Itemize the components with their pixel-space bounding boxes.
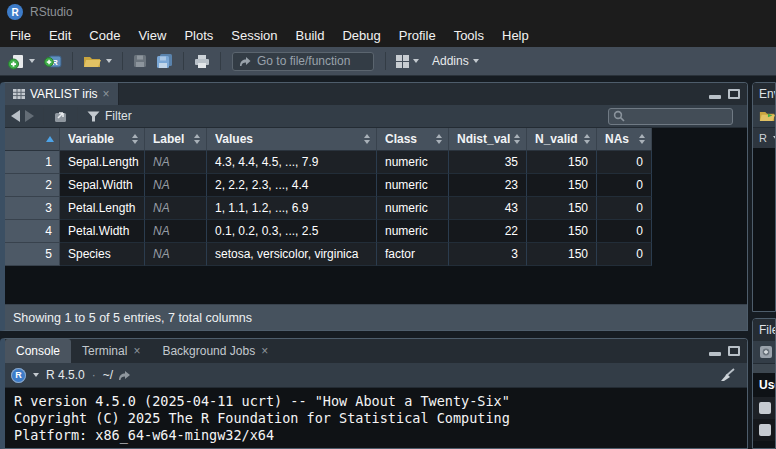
table-row[interactable]: 4Petal.WidthNA0.1, 0.2, 0.3, ..., 2.5num… xyxy=(5,220,747,243)
tab-label: Background Jobs xyxy=(162,344,255,358)
working-directory-label[interactable]: ~/ xyxy=(103,368,113,382)
addins-label: Addins xyxy=(432,54,469,68)
label-cell: NA xyxy=(145,220,207,243)
minimize-icon[interactable] xyxy=(709,90,721,99)
new-project-button[interactable]: R xyxy=(41,49,65,73)
row-index-cell: 5 xyxy=(5,243,60,266)
goto-directory-icon[interactable] xyxy=(118,370,131,381)
new-file-icon xyxy=(8,53,25,70)
column-header-label: N_valid xyxy=(535,132,580,146)
menu-code[interactable]: Code xyxy=(80,24,129,47)
class-cell: numeric xyxy=(377,197,449,220)
nvalid-cell: 150 xyxy=(527,197,597,220)
maximize-icon[interactable] xyxy=(728,346,740,356)
sort-icon xyxy=(436,134,442,144)
environment-language-selector[interactable]: R xyxy=(753,128,776,148)
menu-profile[interactable]: Profile xyxy=(390,24,445,47)
new-folder-icon[interactable] xyxy=(759,345,773,359)
popout-window-icon[interactable] xyxy=(53,110,68,123)
environment-tab-label: Environment xyxy=(759,87,776,101)
panes-grid-icon xyxy=(396,55,409,68)
table-row[interactable]: 3Petal.LengthNA1, 1.1, 1.2, ..., 6.9nume… xyxy=(5,197,747,220)
close-icon[interactable]: × xyxy=(133,345,140,357)
save-button[interactable] xyxy=(130,49,150,73)
load-workspace-folder-icon[interactable] xyxy=(759,109,776,123)
table-search-input[interactable] xyxy=(608,108,733,125)
menu-file[interactable]: File xyxy=(1,24,40,47)
tab-console[interactable]: Console xyxy=(5,339,71,363)
tab-terminal[interactable]: Terminal× xyxy=(71,339,151,363)
title-bar: R RStudio xyxy=(0,0,776,24)
nas-cell: 0 xyxy=(597,174,652,197)
maximize-icon[interactable] xyxy=(728,89,740,99)
data-viewer-pane: VARLIST iris × Filter xyxy=(0,82,748,331)
nvalid-cell: 150 xyxy=(527,174,597,197)
r-version-icon[interactable]: R xyxy=(11,368,26,383)
files-pane: Files Users xyxy=(752,318,776,449)
menu-tools[interactable]: Tools xyxy=(445,24,493,47)
tab-label: Terminal xyxy=(82,344,127,358)
chevron-down-icon xyxy=(473,59,479,63)
tab-varlist-iris[interactable]: VARLIST iris × xyxy=(5,83,119,105)
goto-file-input[interactable]: Go to file/function xyxy=(232,52,374,71)
nvalid-cell: 150 xyxy=(527,151,597,174)
file-checkbox[interactable] xyxy=(759,424,771,436)
back-arrow-icon[interactable] xyxy=(11,110,20,122)
menu-build[interactable]: Build xyxy=(287,24,334,47)
menu-session[interactable]: Session xyxy=(222,24,286,47)
column-header-n_valid[interactable]: N_valid xyxy=(527,128,597,151)
console-line: Copyright (C) 2025 The R Foundation for … xyxy=(14,410,747,427)
console-output[interactable]: R version 4.5.0 (2025-04-11 ucrt) -- "Ho… xyxy=(5,388,747,448)
nvalid-cell: 150 xyxy=(527,220,597,243)
tab-background-jobs[interactable]: Background Jobs× xyxy=(151,339,279,363)
ndist-cell: 22 xyxy=(449,220,527,243)
open-folder-icon xyxy=(83,54,102,69)
table-row[interactable]: 5SpeciesNAsetosa, versicolor, virginicaf… xyxy=(5,243,747,266)
clear-console-button[interactable] xyxy=(719,368,741,382)
column-header-nas[interactable]: NAs xyxy=(597,128,652,151)
nas-cell: 0 xyxy=(597,197,652,220)
toolbar-separator xyxy=(220,52,221,70)
column-header-class[interactable]: Class xyxy=(377,128,449,151)
filter-label[interactable]: Filter xyxy=(105,109,132,123)
row-index-cell: 4 xyxy=(5,220,60,243)
class-cell: numeric xyxy=(377,220,449,243)
new-project-icon: R xyxy=(44,53,62,70)
addins-button[interactable]: Addins xyxy=(425,49,482,73)
variable-cell: Petal.Length xyxy=(60,197,145,220)
print-icon xyxy=(194,54,210,69)
menu-edit[interactable]: Edit xyxy=(40,24,80,47)
file-checkbox[interactable] xyxy=(759,402,771,414)
tab-environment[interactable]: Environment xyxy=(753,83,776,105)
column-header-ndist_val[interactable]: Ndist_val xyxy=(449,128,527,151)
files-path-header[interactable]: Users xyxy=(753,373,776,397)
file-list-item[interactable] xyxy=(753,397,776,419)
menu-view[interactable]: View xyxy=(129,24,175,47)
workspace-panes-button[interactable] xyxy=(393,49,422,73)
sort-ascending-icon xyxy=(46,136,54,142)
row-index-header[interactable] xyxy=(5,128,60,151)
table-row[interactable]: 2Sepal.WidthNA2, 2.2, 2.3, ..., 4.4numer… xyxy=(5,174,747,197)
close-icon[interactable]: × xyxy=(261,345,268,357)
minimize-icon[interactable] xyxy=(709,347,721,356)
new-file-button[interactable] xyxy=(5,49,38,73)
menu-debug[interactable]: Debug xyxy=(333,24,389,47)
filter-funnel-icon[interactable] xyxy=(87,111,100,122)
table-row[interactable]: 1Sepal.LengthNA4.3, 4.4, 4.5, ..., 7.9nu… xyxy=(5,151,747,174)
label-cell: NA xyxy=(145,243,207,266)
rstudio-logo-icon: R xyxy=(7,4,23,20)
column-header-variable[interactable]: Variable xyxy=(60,128,145,151)
menu-plots[interactable]: Plots xyxy=(175,24,222,47)
open-file-button[interactable] xyxy=(80,49,115,73)
menu-help[interactable]: Help xyxy=(493,24,538,47)
file-list-item[interactable] xyxy=(753,419,776,441)
close-icon[interactable]: × xyxy=(103,88,110,100)
save-all-button[interactable] xyxy=(153,49,176,73)
nas-cell: 0 xyxy=(597,151,652,174)
column-header-values[interactable]: Values xyxy=(207,128,377,151)
ndist-cell: 35 xyxy=(449,151,527,174)
tab-files[interactable]: Files xyxy=(753,319,776,341)
forward-arrow-icon[interactable] xyxy=(25,110,34,122)
column-header-label[interactable]: Label xyxy=(145,128,207,151)
print-button[interactable] xyxy=(191,49,213,73)
